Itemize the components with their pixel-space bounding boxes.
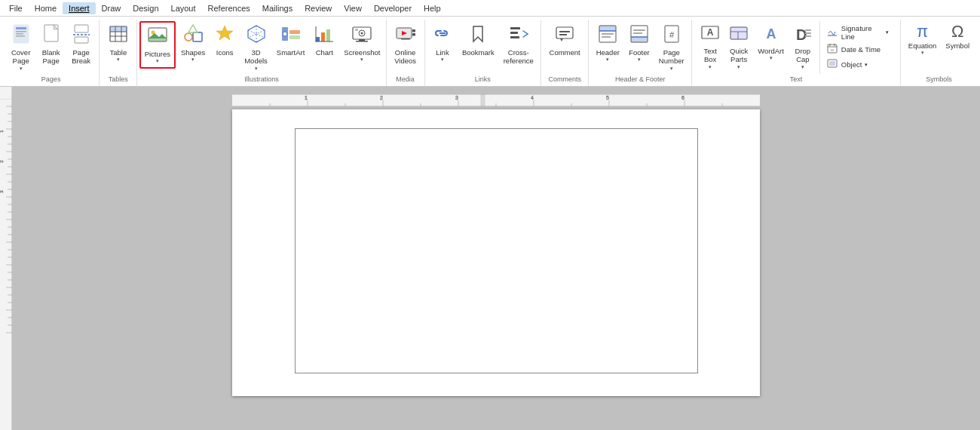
link-label: Link [436,48,449,57]
icons-button[interactable]: Icons [210,21,239,59]
document-area: 1 2 3 4 5 6 [12,87,980,430]
svg-text:2: 2 [380,95,383,100]
vertical-ruler: 1 2 3 [0,87,12,430]
menu-design[interactable]: Design [127,2,164,14]
signature-line-button[interactable]: Signature Line ▾ [825,23,891,41]
svg-rect-3 [16,33,23,35]
signature-line-icon [827,26,838,39]
svg-text:5: 5 [606,95,609,100]
blank-page-button[interactable]: BlankPage [37,21,66,68]
text-box-button[interactable]: A TextBox ▾ [697,21,724,74]
menu-help[interactable]: Help [418,2,447,14]
shapes-arrow: ▾ [191,57,194,63]
menu-home[interactable]: Home [29,2,63,14]
menu-mailings[interactable]: Mailings [256,2,299,14]
drop-cap-button[interactable]: D DropCap ▾ [789,21,816,74]
quick-parts-arrow: ▾ [737,64,740,70]
menu-developer[interactable]: Developer [368,2,418,14]
quick-parts-button[interactable]: QuickParts ▾ [725,21,752,74]
svg-marker-52 [560,38,563,41]
svg-point-20 [185,33,192,41]
wordart-label: WordArt [758,47,784,55]
text-box-icon: A [700,23,720,45]
page-break-icon [71,23,92,47]
drop-cap-label: DropCap [795,47,811,64]
pictures-button[interactable]: Pictures ▾ [139,21,176,69]
svg-rect-19 [193,32,202,41]
svg-rect-31 [316,37,320,41]
svg-text:2: 2 [0,160,4,163]
equation-button[interactable]: π Equation ▾ [905,21,941,59]
3d-models-arrow: ▾ [255,66,258,72]
cross-reference-label: Cross-reference [504,48,534,66]
svg-rect-1 [16,27,26,29]
cover-page-button[interactable]: CoverPage ▾ [7,21,35,74]
header-button[interactable]: Header ▾ [593,21,623,66]
tables-items: Table ▾ [104,21,133,74]
svg-rect-76 [805,35,811,37]
bookmark-button[interactable]: Bookmark [458,21,498,59]
blank-page-label: BlankPage [42,48,60,66]
symbol-icon: Ω [951,23,963,40]
menu-layout[interactable]: Layout [165,2,202,14]
ribbon-group-pages: CoverPage ▾ BlankPage [3,20,100,86]
svg-rect-53 [559,31,570,32]
equation-label: Equation [908,41,937,50]
menu-view[interactable]: View [338,2,368,14]
wordart-button[interactable]: A WordArt ▾ [754,21,788,74]
ribbon-group-tables: Table ▾ Tables [100,20,137,86]
svg-rect-44 [412,29,415,32]
comment-label: Comment [550,48,580,57]
menu-references[interactable]: References [202,2,256,14]
svg-rect-29 [289,35,300,39]
svg-rect-75 [805,32,811,34]
svg-rect-37 [359,39,365,41]
illustrations-group-label: Illustrations [142,74,381,84]
menu-draw[interactable]: Draw [96,2,127,14]
svg-rect-41 [355,29,358,31]
svg-text:D: D [796,26,807,43]
date-time-button[interactable]: 15 Date & Time [825,42,891,57]
header-footer-group-label: Header & Footer [593,74,687,84]
drop-cap-icon: D [793,23,813,45]
svg-rect-33 [326,29,330,41]
chart-button[interactable]: Chart [310,21,338,59]
table-icon [108,23,129,47]
3d-models-icon [246,23,267,47]
svg-point-40 [361,32,363,35]
object-label: Object [841,60,862,69]
svg-rect-58 [602,33,614,35]
3d-models-button[interactable]: 3DModels ▾ [240,21,271,74]
link-button[interactable]: Link ▾ [428,21,457,66]
shapes-label: Shapes [181,48,205,57]
menu-file[interactable]: File [3,2,29,14]
signature-line-arrow: ▾ [886,29,889,35]
smartart-label: SmartArt [277,48,305,57]
smartart-button[interactable]: SmartArt [273,21,308,59]
object-button[interactable]: Object ▾ [825,57,891,72]
menu-review[interactable]: Review [299,2,338,14]
online-videos-button[interactable]: OnlineVideos [390,21,420,68]
footer-button[interactable]: Footer ▾ [625,21,654,66]
symbol-button[interactable]: Ω Symbol [942,21,973,52]
ribbon-group-media: OnlineVideos Media [387,20,425,86]
svg-text:1: 1 [305,95,308,100]
page-break-label: PageBreak [72,48,90,66]
pictures-icon [147,25,168,48]
page-number-button[interactable]: # PageNumber ▾ [655,21,688,74]
svg-rect-51 [556,27,573,38]
online-videos-icon [395,23,416,47]
date-time-label: Date & Time [841,45,880,54]
shapes-button[interactable]: Shapes ▾ [177,21,209,66]
svg-rect-48 [510,27,520,29]
menu-insert[interactable]: Insert [63,2,96,14]
comment-button[interactable]: Comment [546,21,584,59]
ribbon-group-comments: Comment Comments [541,20,589,86]
table-label: Table [109,48,127,57]
table-button[interactable]: Table ▾ [104,21,133,66]
cross-reference-button[interactable]: Cross-reference [500,21,537,68]
svg-rect-56 [599,26,616,31]
shapes-icon [182,23,204,47]
screenshot-button[interactable]: Screenshot ▾ [340,21,384,66]
page-break-button[interactable]: PageBreak [67,21,96,68]
